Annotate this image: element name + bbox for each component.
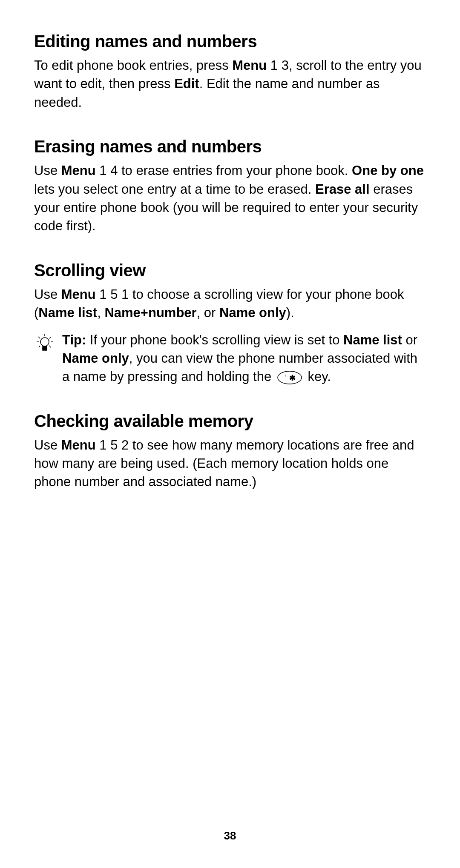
- paragraph-scrolling: Use Menu 1 5 1 to choose a scrolling vie…: [34, 285, 426, 322]
- svg-line-4: [49, 337, 51, 338]
- section-memory: Checking available memory Use Menu 1 5 2…: [34, 412, 426, 491]
- svg-text:↑: ↑: [284, 373, 286, 378]
- section-scrolling: Scrolling view Use Menu 1 5 1 to choose …: [34, 261, 426, 386]
- heading-scrolling: Scrolling view: [34, 261, 426, 280]
- svg-line-7: [39, 346, 40, 347]
- lightbulb-icon: [34, 332, 55, 354]
- svg-point-0: [40, 338, 49, 346]
- paragraph-erasing: Use Menu 1 4 to erase entries from your …: [34, 161, 426, 235]
- star-key-icon: ↑✱: [277, 370, 302, 385]
- manual-page: Editing names and numbers To edit phone …: [0, 0, 460, 491]
- section-erasing: Erasing names and numbers Use Menu 1 4 t…: [34, 137, 426, 235]
- section-editing: Editing names and numbers To edit phone …: [34, 32, 426, 112]
- svg-line-8: [49, 346, 51, 347]
- svg-text:✱: ✱: [289, 374, 295, 382]
- svg-rect-1: [43, 349, 47, 350]
- svg-line-3: [38, 337, 40, 338]
- heading-memory: Checking available memory: [34, 412, 426, 431]
- paragraph-editing: To edit phone book entries, press Menu 1…: [34, 56, 426, 112]
- tip-block: Tip: If your phone book's scrolling view…: [34, 331, 426, 386]
- page-number: 38: [0, 829, 460, 842]
- tip-text: Tip: If your phone book's scrolling view…: [62, 331, 426, 386]
- paragraph-memory: Use Menu 1 5 2 to see how many memory lo…: [34, 436, 426, 491]
- heading-editing: Editing names and numbers: [34, 32, 426, 51]
- heading-erasing: Erasing names and numbers: [34, 137, 426, 156]
